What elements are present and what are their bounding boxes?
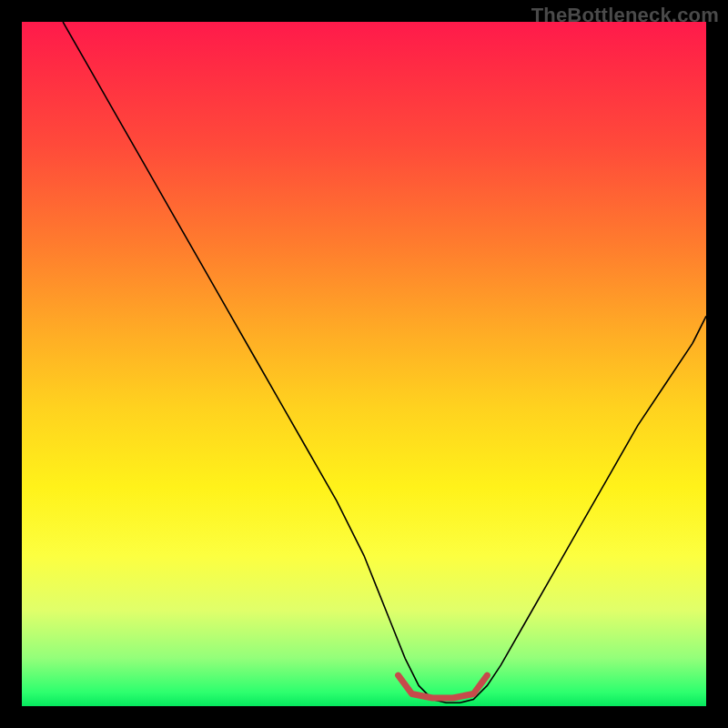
chart-frame: TheBottleneck.com — [0, 0, 728, 728]
watermark-text: TheBottleneck.com — [531, 4, 719, 27]
bottleneck-curve-path — [63, 22, 706, 703]
plot-area — [22, 22, 706, 706]
optimal-zone-path — [399, 675, 488, 698]
curve-layer — [22, 22, 706, 706]
